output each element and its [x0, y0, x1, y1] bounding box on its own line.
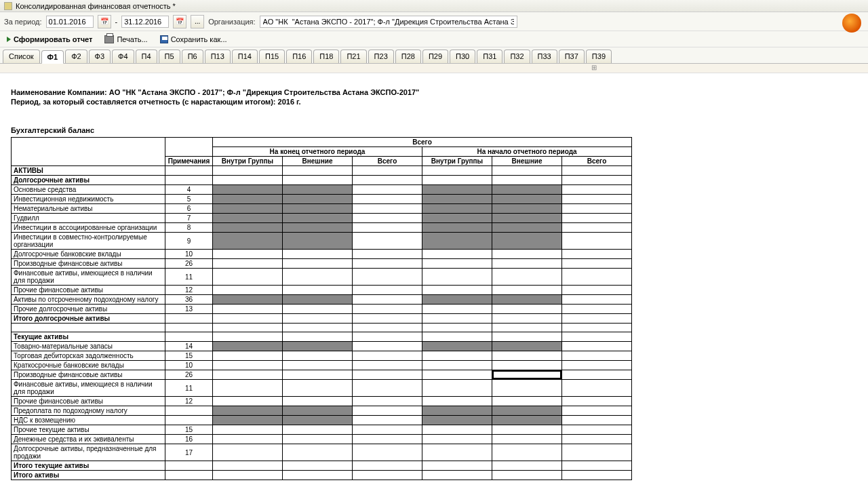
cell[interactable]: [353, 324, 422, 332]
table-row[interactable]: Итого активы: [12, 471, 632, 480]
cell[interactable]: [213, 370, 283, 380]
cell[interactable]: [283, 435, 353, 444]
tab-П18[interactable]: П18: [313, 50, 339, 63]
cell[interactable]: [492, 435, 562, 444]
cell[interactable]: [422, 214, 492, 223]
cell[interactable]: [353, 214, 422, 223]
cell[interactable]: [562, 195, 632, 204]
cell[interactable]: [422, 370, 492, 380]
cell[interactable]: [562, 461, 632, 471]
cell[interactable]: [492, 250, 562, 259]
table-row[interactable]: Прочие финансовые активы12: [12, 286, 632, 295]
cell[interactable]: [562, 314, 632, 324]
table-row[interactable]: Нематериальные активы6: [12, 204, 632, 214]
cell[interactable]: [353, 342, 422, 351]
cell[interactable]: [422, 195, 492, 204]
cell[interactable]: [283, 214, 353, 223]
cell[interactable]: [213, 223, 283, 233]
cell[interactable]: [283, 176, 353, 185]
table-row[interactable]: Долгосрочные активы, предназначенные для…: [12, 444, 632, 461]
cell[interactable]: [283, 406, 353, 416]
cell[interactable]: [353, 416, 422, 425]
cell[interactable]: [353, 269, 422, 286]
table-row[interactable]: Производные финансовые активы26: [12, 259, 632, 269]
cell[interactable]: [492, 380, 562, 397]
cell[interactable]: [562, 214, 632, 223]
cell[interactable]: [283, 444, 353, 461]
period-more-button[interactable]: ...: [191, 15, 204, 28]
cell[interactable]: [283, 314, 353, 324]
table-row[interactable]: Текущие активы: [12, 332, 632, 342]
cell[interactable]: [562, 176, 632, 185]
cell[interactable]: [562, 185, 632, 195]
cell[interactable]: [492, 444, 562, 461]
cell[interactable]: [422, 223, 492, 233]
cell[interactable]: [213, 166, 283, 176]
cell[interactable]: [353, 351, 422, 361]
cell[interactable]: [213, 314, 283, 324]
cell[interactable]: [562, 332, 632, 342]
cell[interactable]: [283, 223, 353, 233]
cell[interactable]: [283, 416, 353, 425]
cell[interactable]: [422, 444, 492, 461]
table-row[interactable]: Гудвилл7: [12, 214, 632, 223]
cell[interactable]: [283, 269, 353, 286]
cell[interactable]: [213, 185, 283, 195]
cell[interactable]: [283, 461, 353, 471]
tab-П31[interactable]: П31: [477, 50, 502, 63]
cell[interactable]: [562, 342, 632, 351]
cell[interactable]: [213, 406, 283, 416]
table-row[interactable]: Финансовые активы, имеющиеся в наличии д…: [12, 269, 632, 286]
cell[interactable]: [283, 185, 353, 195]
tab-Ф4[interactable]: Ф4: [112, 50, 134, 63]
cell[interactable]: [213, 286, 283, 295]
cell[interactable]: [353, 435, 422, 444]
table-row[interactable]: Инвестиции в ассоциированные организации…: [12, 223, 632, 233]
tab-П4[interactable]: П4: [136, 50, 157, 63]
cell[interactable]: [492, 461, 562, 471]
table-row[interactable]: Итого долгосрочные активы: [12, 314, 632, 324]
cell[interactable]: [283, 204, 353, 214]
tab-П29[interactable]: П29: [422, 50, 448, 63]
cell[interactable]: [492, 314, 562, 324]
cell[interactable]: [422, 361, 492, 370]
cell[interactable]: [213, 380, 283, 397]
cell[interactable]: [492, 185, 562, 195]
cell[interactable]: [213, 397, 283, 406]
cell[interactable]: [353, 295, 422, 305]
print-button[interactable]: Печать...: [102, 34, 150, 45]
table-row[interactable]: Основные средства4: [12, 185, 632, 195]
cell[interactable]: [283, 370, 353, 380]
cell[interactable]: [353, 305, 422, 314]
cell[interactable]: [213, 332, 283, 342]
cell[interactable]: [422, 250, 492, 259]
table-row[interactable]: Товарно-материальные запасы14: [12, 342, 632, 351]
cell[interactable]: [422, 406, 492, 416]
table-row[interactable]: Прочие долгосрочные активы13: [12, 305, 632, 314]
table-row[interactable]: Долгосрочные банковские вклады10: [12, 250, 632, 259]
cell[interactable]: [562, 370, 632, 380]
cell[interactable]: [353, 204, 422, 214]
cell[interactable]: [422, 416, 492, 425]
cell[interactable]: [213, 444, 283, 461]
cell[interactable]: [353, 425, 422, 435]
cell[interactable]: [283, 324, 353, 332]
cell[interactable]: [422, 259, 492, 269]
table-row[interactable]: Прочие финансовые активы12: [12, 397, 632, 406]
cell[interactable]: [562, 444, 632, 461]
cell[interactable]: [492, 195, 562, 204]
cell[interactable]: [492, 370, 562, 380]
tab-П23[interactable]: П23: [368, 50, 394, 63]
cell[interactable]: [283, 361, 353, 370]
cell[interactable]: [353, 259, 422, 269]
cell[interactable]: [283, 397, 353, 406]
cell[interactable]: [283, 233, 353, 250]
cell[interactable]: [283, 332, 353, 342]
cell[interactable]: [213, 471, 283, 480]
cell[interactable]: [492, 269, 562, 286]
cell[interactable]: [422, 233, 492, 250]
cell[interactable]: [492, 166, 562, 176]
cell[interactable]: [422, 324, 492, 332]
table-row[interactable]: Краткосрочные банковские вклады10: [12, 361, 632, 370]
cell[interactable]: [562, 250, 632, 259]
